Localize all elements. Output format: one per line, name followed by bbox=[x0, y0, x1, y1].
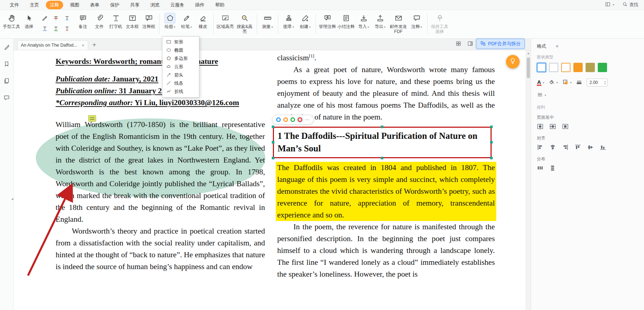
tool-小结注释[interactable]: 小结注释 bbox=[337, 12, 355, 30]
tool-导入[interactable]: 导入▾ bbox=[355, 12, 372, 31]
shape-style-button[interactable]: ▾ bbox=[562, 79, 572, 86]
tool-选择[interactable]: 选择 bbox=[21, 12, 37, 30]
tool-备注[interactable]: 备注 bbox=[75, 12, 91, 30]
menu-视图[interactable]: 视图 bbox=[66, 1, 83, 9]
tool-绘图[interactable]: 绘图▾ bbox=[162, 12, 178, 31]
document-tab[interactable]: An Analysis on The Daffod... ✕ bbox=[17, 40, 88, 50]
selection-handle[interactable] bbox=[272, 126, 274, 128]
menu-保护[interactable]: 保护 bbox=[106, 1, 123, 9]
shape-type-swatch-1[interactable] bbox=[537, 63, 546, 72]
color-swatch[interactable] bbox=[283, 117, 288, 122]
tool-导出[interactable]: 导出▾ bbox=[372, 12, 388, 31]
draw-menu-item-云形[interactable]: 云形 bbox=[162, 63, 199, 71]
shape-type-swatch-2[interactable] bbox=[549, 63, 558, 72]
tool-t-underline-button[interactable] bbox=[40, 24, 49, 33]
font-color-button[interactable]: A▾ bbox=[537, 79, 544, 86]
tool-t-strike-button[interactable] bbox=[51, 14, 61, 23]
center-vertical-button[interactable] bbox=[549, 123, 556, 131]
fill-color-button[interactable]: ▾ bbox=[549, 79, 558, 86]
selection-handle[interactable] bbox=[272, 157, 274, 159]
scrollbar-thumb[interactable] bbox=[527, 57, 530, 78]
tool-t-replace-button[interactable] bbox=[62, 24, 72, 33]
selection-handle[interactable] bbox=[490, 126, 493, 128]
rail-pages-button[interactable] bbox=[3, 78, 10, 86]
shape-type-swatch-5[interactable] bbox=[586, 63, 595, 72]
tool-文本框[interactable]: 文本框 bbox=[124, 12, 141, 30]
tab-close-icon[interactable]: ✕ bbox=[82, 43, 85, 47]
color-swatch[interactable] bbox=[290, 117, 295, 122]
rail-bookmark-button[interactable] bbox=[3, 61, 10, 69]
align-top-button[interactable] bbox=[574, 144, 581, 152]
align-center-h-button[interactable] bbox=[549, 144, 556, 152]
align-right-button[interactable] bbox=[562, 144, 569, 152]
rail-chat-button[interactable] bbox=[3, 94, 10, 103]
selection-handle[interactable] bbox=[490, 141, 493, 144]
menu-浏览[interactable]: 浏览 bbox=[146, 1, 164, 9]
align-middle-button[interactable] bbox=[587, 144, 594, 152]
document-canvas[interactable]: Keywords: Wordsworth; romantic view of n… bbox=[14, 50, 531, 310]
tool-测量[interactable]: 测量▾ bbox=[259, 12, 276, 31]
selection-handle[interactable] bbox=[381, 157, 383, 159]
line-width-input[interactable]: 2.00▴▾ bbox=[587, 79, 607, 86]
tool-管理注释[interactable]: 管理注释 bbox=[318, 12, 337, 30]
menu-主页[interactable]: 主页 bbox=[26, 1, 43, 9]
align-left-button[interactable] bbox=[537, 144, 544, 152]
draw-menu-item-线条[interactable]: 线条 bbox=[162, 79, 199, 88]
menu-表单[interactable]: 表单 bbox=[86, 1, 103, 9]
tool-橡皮[interactable]: 橡皮 bbox=[195, 12, 211, 30]
center-horizontal-button[interactable] bbox=[537, 123, 544, 131]
distribute-vertical-button[interactable] bbox=[549, 165, 556, 173]
sticky-note-icon[interactable] bbox=[88, 115, 96, 122]
vertical-scrollbar[interactable]: ▲ bbox=[526, 50, 531, 310]
menu-注释[interactable]: 注释 bbox=[46, 1, 63, 9]
color-swatch[interactable] bbox=[276, 117, 281, 122]
align-bottom-button[interactable] bbox=[600, 144, 606, 152]
distribute-horizontal-button[interactable] bbox=[537, 165, 544, 173]
tool-t-caret-button[interactable] bbox=[62, 14, 72, 23]
shape-type-swatch-3[interactable] bbox=[561, 63, 570, 72]
tool-区域高亮[interactable]: 区域高亮 bbox=[216, 12, 235, 30]
rail-rail-pen-button[interactable] bbox=[3, 44, 10, 52]
shape-type-swatch-4[interactable] bbox=[573, 63, 583, 72]
tool-保持工具选择[interactable]: 保持工具选择 bbox=[430, 12, 450, 35]
collapse-panel-button[interactable]: ◂ bbox=[11, 197, 13, 201]
scroll-up-arrow[interactable]: ▲ bbox=[526, 50, 531, 55]
draw-menu-item-椭圆[interactable]: 椭圆 bbox=[162, 46, 199, 55]
tool-t-squiggly-button[interactable] bbox=[51, 24, 61, 33]
selection-handle[interactable] bbox=[381, 126, 383, 128]
tool-图章[interactable]: 图章▾ bbox=[280, 12, 297, 31]
menu-文件[interactable]: 文件 bbox=[6, 1, 23, 9]
spinner-icon[interactable]: ▴▾ bbox=[605, 80, 606, 85]
workspace-switcher-button[interactable]: ▾ bbox=[605, 1, 614, 8]
dash-style-button[interactable]: ▾ bbox=[537, 91, 638, 99]
color-swatch[interactable] bbox=[298, 117, 302, 122]
draw-menu-item-折线[interactable]: 折线 bbox=[162, 88, 199, 96]
draw-menu-item-箭头[interactable]: 箭头 bbox=[162, 71, 199, 79]
assistant-lightbulb-button[interactable] bbox=[506, 55, 520, 69]
draw-menu-item-多边形[interactable]: 多边形 bbox=[162, 55, 199, 63]
shape-type-swatch-6[interactable] bbox=[598, 63, 607, 72]
tool-邮件发送FDF[interactable]: 邮件发送FDF bbox=[388, 12, 408, 35]
center-page-button[interactable] bbox=[562, 123, 569, 131]
menu-插件[interactable]: 插件 bbox=[191, 1, 208, 9]
tool-打字机[interactable]: 打字机 bbox=[108, 12, 124, 30]
line-weight-button[interactable] bbox=[576, 79, 582, 86]
tool-搜索&高亮[interactable]: 搜索&高亮 bbox=[235, 12, 255, 35]
tool-注释[interactable]: 注释▾ bbox=[408, 12, 425, 31]
selected-rect-annotation[interactable]: ⋯1 The Daffodils---Spiritual Purificatio… bbox=[273, 127, 492, 158]
tool-pen-button[interactable] bbox=[40, 14, 49, 23]
format-panel-close-icon[interactable]: ✕ bbox=[555, 44, 559, 49]
pdf-merge-split-button[interactable]: PDF合并与拆分 bbox=[476, 39, 525, 49]
tool-铅笔[interactable]: 铅笔▾ bbox=[178, 12, 195, 31]
menu-云服务[interactable]: 云服务 bbox=[166, 1, 188, 9]
find-button[interactable]: 查找 bbox=[622, 1, 638, 8]
tool-创建[interactable]: 创建▾ bbox=[297, 12, 313, 31]
selection-handle[interactable] bbox=[272, 141, 274, 144]
panel-toggle-icon[interactable] bbox=[467, 41, 473, 48]
tool-手型工具[interactable]: 手型工具 bbox=[2, 12, 21, 30]
section-heading-box[interactable]: 1 The Daffodils---Spiritual Purification… bbox=[273, 127, 492, 158]
tool-文件[interactable]: 文件 bbox=[91, 12, 108, 30]
draw-menu-item-矩形[interactable]: 矩形 bbox=[162, 38, 199, 46]
menu-共享[interactable]: 共享 bbox=[126, 1, 143, 9]
selection-handle[interactable] bbox=[490, 157, 493, 159]
